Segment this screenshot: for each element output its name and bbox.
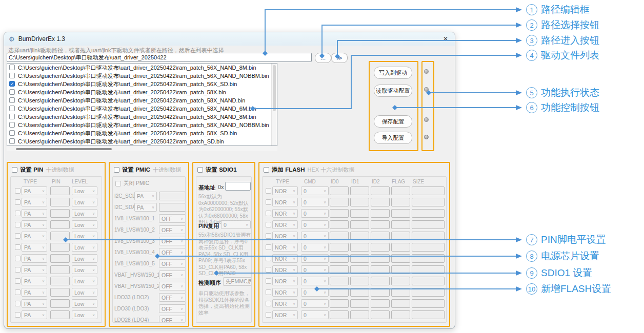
- vertical-scrollbar-thumb[interactable]: [273, 65, 276, 111]
- flash-id0-input[interactable]: [330, 209, 349, 218]
- flash-size-input[interactable]: [412, 299, 445, 308]
- flash-flag-input[interactable]: [391, 198, 410, 206]
- flash-row-checkbox[interactable]: [266, 244, 271, 250]
- pin-number-input[interactable]: [50, 198, 70, 206]
- pin-number-input[interactable]: [50, 265, 70, 274]
- flash-type-select[interactable]: NOR∨: [272, 277, 298, 285]
- flash-cmd-select[interactable]: 0∨: [301, 288, 329, 297]
- pmic-switch-select[interactable]: OFF∨: [159, 293, 186, 302]
- file-list-item[interactable]: C:\Users\guichen\Desktop\串口驱动发布\uart_dri…: [7, 113, 277, 121]
- pin-level-select[interactable]: Low∨: [72, 254, 97, 263]
- pin-row-checkbox[interactable]: [15, 233, 21, 239]
- flash-id2-input[interactable]: [371, 243, 390, 252]
- flash-id2-input[interactable]: [371, 254, 390, 263]
- pin-row-checkbox[interactable]: [15, 301, 21, 306]
- pin-number-input[interactable]: [50, 254, 70, 263]
- flash-id0-input[interactable]: [330, 299, 349, 308]
- flash-type-select[interactable]: NOR∨: [272, 186, 298, 195]
- pin-row-checkbox[interactable]: [15, 312, 21, 318]
- flash-row-checkbox[interactable]: [266, 256, 271, 261]
- pmic-switch-select[interactable]: OFF∨: [159, 248, 186, 257]
- pin-type-select[interactable]: PA∨: [22, 254, 47, 263]
- flash-id0-input[interactable]: [330, 254, 349, 263]
- flash-cmd-select[interactable]: 0∨: [301, 243, 329, 252]
- read-config-button[interactable]: 读取驱动配置: [374, 85, 412, 97]
- flash-flag-input[interactable]: [391, 299, 410, 308]
- pin-level-select[interactable]: Low∨: [72, 186, 97, 195]
- flash-flag-input[interactable]: [391, 288, 410, 297]
- file-item-checkbox[interactable]: [9, 122, 15, 128]
- pin-row-checkbox[interactable]: [15, 256, 21, 261]
- file-item-checkbox[interactable]: [9, 138, 15, 144]
- driver-file-list[interactable]: C:\Users\guichen\Desktop\串口驱动发布\uart_dri…: [7, 63, 277, 146]
- flash-type-select[interactable]: NOR∨: [272, 220, 298, 229]
- flash-cmd-select[interactable]: 0∨: [301, 310, 329, 319]
- path-input[interactable]: [7, 53, 312, 62]
- pmic-switch-select[interactable]: OFF∨: [159, 304, 186, 313]
- pin-type-select[interactable]: PA∨: [22, 198, 47, 206]
- flash-size-input[interactable]: [412, 220, 445, 229]
- flash-type-select[interactable]: NOR∨: [272, 243, 298, 252]
- file-item-checkbox[interactable]: [9, 114, 15, 119]
- flash-row-checkbox[interactable]: [266, 278, 271, 284]
- flash-row-checkbox[interactable]: [266, 267, 271, 273]
- pmic-pin-input[interactable]: [159, 203, 186, 212]
- pin-type-select[interactable]: PA∨: [22, 232, 47, 240]
- flash-cmd-select[interactable]: 0∨: [301, 265, 329, 274]
- pin-number-input[interactable]: [50, 232, 70, 240]
- flash-size-input[interactable]: [412, 198, 445, 206]
- flash-cmd-select[interactable]: 0∨: [301, 186, 329, 195]
- close-button[interactable]: ×: [438, 33, 453, 45]
- pin-level-select[interactable]: Low∨: [72, 232, 97, 240]
- flash-cmd-select[interactable]: 0∨: [301, 220, 329, 229]
- pin-number-input[interactable]: [50, 209, 70, 218]
- file-item-checkbox[interactable]: [9, 89, 15, 95]
- file-item-checkbox[interactable]: ✓: [9, 81, 15, 87]
- flash-type-select[interactable]: NOR∨: [272, 310, 298, 319]
- flash-type-select[interactable]: NOR∨: [272, 198, 298, 206]
- base-address-input[interactable]: [225, 182, 251, 191]
- pin-row-checkbox[interactable]: [15, 289, 21, 295]
- flash-flag-input[interactable]: [391, 186, 410, 195]
- flash-size-input[interactable]: [412, 243, 445, 252]
- flash-row-checkbox[interactable]: [266, 312, 271, 318]
- flash-cmd-select[interactable]: 0∨: [301, 232, 329, 240]
- pin-number-input[interactable]: [50, 277, 70, 285]
- pin-level-select[interactable]: Low∨: [72, 198, 97, 206]
- file-list-item[interactable]: ✓C:\Users\guichen\Desktop\串口驱动发布\uart_dr…: [7, 80, 277, 88]
- pin-row-checkbox[interactable]: [15, 222, 21, 227]
- flash-type-select[interactable]: NOR∨: [272, 232, 298, 240]
- file-list-item[interactable]: C:\Users\guichen\Desktop\串口驱动发布\uart_dri…: [7, 121, 277, 129]
- file-list-item[interactable]: C:\Users\guichen\Desktop\串口驱动发布\uart_dri…: [7, 137, 277, 145]
- flash-id0-input[interactable]: [330, 310, 349, 319]
- flash-row-checkbox[interactable]: [266, 211, 271, 216]
- flash-type-select[interactable]: NOR∨: [272, 209, 298, 218]
- flash-id1-input[interactable]: [350, 277, 369, 285]
- flash-id0-input[interactable]: [330, 277, 349, 285]
- flash-flag-input[interactable]: [391, 265, 410, 274]
- flash-id0-input[interactable]: [330, 186, 349, 195]
- pmic-switch-select[interactable]: OFF∨: [159, 316, 186, 323]
- flash-id1-input[interactable]: [350, 186, 369, 195]
- pmic-pa-select[interactable]: PA∨: [134, 192, 157, 200]
- flash-flag-input[interactable]: [391, 243, 410, 252]
- pmic-close-checkbox[interactable]: [115, 181, 121, 186]
- flash-row-checkbox[interactable]: [266, 188, 271, 194]
- flash-flag-input[interactable]: [391, 232, 410, 240]
- pin-mux-select[interactable]: 0∨: [221, 220, 251, 229]
- flash-flag-input[interactable]: [391, 310, 410, 319]
- pin-number-input[interactable]: [50, 310, 70, 319]
- file-list-item[interactable]: C:\Users\guichen\Desktop\串口驱动发布\uart_dri…: [7, 72, 277, 80]
- flash-size-input[interactable]: [412, 310, 445, 319]
- pin-level-select[interactable]: Low∨: [72, 220, 97, 229]
- flash-id2-input[interactable]: [371, 299, 390, 308]
- flash-id2-input[interactable]: [371, 277, 390, 285]
- pin-row-checkbox[interactable]: [15, 244, 21, 250]
- sdio1-enable-checkbox[interactable]: [197, 167, 203, 173]
- pin-level-select[interactable]: Low∨: [72, 299, 97, 308]
- flash-id1-input[interactable]: [350, 198, 369, 206]
- pmic-switch-select[interactable]: OFF∨: [159, 270, 186, 279]
- flash-flag-input[interactable]: [391, 254, 410, 263]
- file-list-item[interactable]: C:\Users\guichen\Desktop\串口驱动发布\uart_dri…: [7, 88, 277, 96]
- flash-flag-input[interactable]: [391, 220, 410, 229]
